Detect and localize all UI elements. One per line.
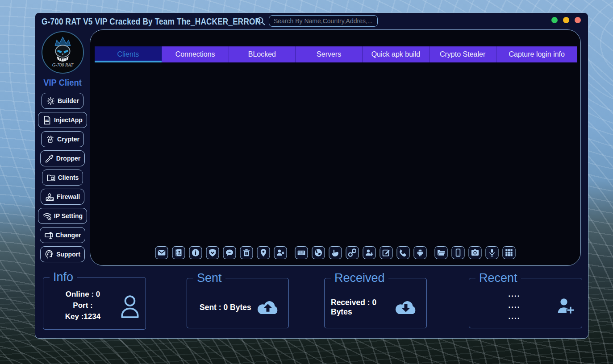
sidebar-button-label: Support [56, 251, 80, 258]
location-pin-icon [259, 248, 268, 257]
tab-servers[interactable]: Servers [295, 46, 362, 62]
tab-capture-login-info[interactable]: Capture login info [496, 46, 577, 62]
shield-chevron-icon [209, 248, 217, 257]
smartphone-icon [454, 248, 463, 257]
client-type-label: VIP Client [38, 78, 88, 88]
sidebar-button-label: IP Setting [54, 212, 83, 219]
sidebar-button-label: InjectApp [54, 116, 83, 124]
app-window: G-700 RAT V5 VIP Cracked By Team The_HAC… [35, 12, 588, 339]
user-plus-icon [556, 297, 576, 315]
cloud-upload-icon [255, 298, 280, 317]
person-outline-icon [119, 293, 141, 319]
toolbar-folder-button[interactable] [435, 246, 448, 259]
info-panel: Info Online : 0 Port : Key :1234 [43, 270, 146, 330]
sidebar-button-support[interactable]: Support [40, 246, 85, 262]
search-area [256, 15, 378, 27]
port-value: Port : [47, 300, 119, 311]
user-remove-icon [276, 248, 285, 257]
toolbar-info-button[interactable] [189, 246, 202, 259]
traffic-light-yellow[interactable] [563, 17, 569, 23]
sidebar-button-label: Clients [58, 174, 79, 181]
toolbar-address-book-button[interactable] [172, 246, 185, 259]
sidebar-button-changer[interactable]: Changer [40, 227, 86, 243]
toolbar-apps-grid-button[interactable] [503, 246, 516, 259]
app-title: G-700 RAT V5 VIP Cracked By Team The_HAC… [42, 17, 261, 27]
virus-icon [46, 96, 55, 106]
toolbar-phone-button[interactable] [397, 246, 410, 259]
received-bytes-label: Received : 0 Bytes [331, 298, 393, 317]
toolbar-keyboard-button[interactable] [295, 246, 308, 259]
sidebar-button-builder[interactable]: Builder [42, 93, 83, 109]
toolbar-camera-button[interactable] [469, 246, 482, 259]
toolbar-user-remove-button[interactable] [274, 246, 287, 259]
tab-quick-apk-build[interactable]: Quick apk build [362, 46, 429, 62]
recent-entry: .... [473, 311, 556, 322]
wifi-check-icon [42, 211, 52, 221]
window-controls [551, 17, 581, 23]
sidebar-button-injectapp[interactable]: InjectApp [38, 112, 87, 128]
received-panel-legend: Received [331, 271, 388, 285]
toolbar-user-add-button[interactable] [363, 246, 376, 259]
recent-panel-legend: Recent [475, 271, 521, 285]
sidebar-button-label: Crypter [57, 136, 79, 143]
edit-icon [382, 248, 391, 257]
sidebar-button-label: Firewall [57, 193, 80, 200]
logo-text: G-700 RAT [52, 62, 74, 67]
lock-rays-icon [46, 135, 55, 144]
chain-link-icon [348, 248, 357, 257]
cloud-download-icon [393, 298, 418, 317]
toolbar-android-button[interactable] [414, 246, 427, 259]
tab-clients[interactable]: Clients [95, 46, 162, 62]
sidebar-button-crypter[interactable]: Crypter [41, 131, 84, 147]
toolbar-smartphone-button[interactable] [452, 246, 465, 259]
keyboard-icon [297, 248, 306, 257]
title-bar: G-700 RAT V5 VIP Cracked By Team The_HAC… [35, 13, 588, 29]
sidebar-button-ip-setting[interactable]: IP Setting [38, 208, 87, 224]
folder-icon [46, 173, 56, 182]
skull-crown-logo: G-700 RAT [42, 31, 84, 74]
phone-icon [399, 248, 408, 257]
toolbar-chat-button[interactable] [223, 246, 236, 259]
sidebar-button-label: Builder [58, 97, 79, 104]
user-add-icon [365, 248, 374, 257]
online-count: Online : 0 [47, 289, 119, 300]
toolbar-link-button[interactable] [346, 246, 359, 259]
sidebar-button-firewall[interactable]: Firewall [41, 189, 84, 205]
toolbar-microphone-button[interactable] [486, 246, 499, 259]
sent-panel: Sent Sent : 0 Bytes [187, 271, 289, 328]
folder-open-icon [437, 248, 446, 257]
android-icon [416, 248, 425, 257]
sidebar-menu: Builder InjectApp Crypter Dropper Client… [35, 93, 90, 262]
apk-file-icon [42, 116, 52, 125]
tab-blocked[interactable]: BLocked [229, 46, 296, 62]
sent-panel-body: Sent : 0 Bytes [191, 287, 285, 328]
key-value: Key :1234 [47, 311, 119, 322]
toolbar-location-button[interactable] [257, 246, 270, 259]
traffic-light-red[interactable] [575, 17, 581, 23]
received-panel: Received Received : 0 Bytes [324, 271, 427, 328]
eyedropper-icon [45, 154, 54, 163]
toolbar-globe-button[interactable] [312, 246, 325, 259]
apps-grid-icon [505, 248, 513, 257]
traffic-light-green[interactable] [551, 17, 558, 23]
address-book-icon [175, 248, 183, 257]
globe-icon [314, 248, 323, 257]
received-panel-body: Received : 0 Bytes [328, 287, 423, 328]
sidebar-button-dropper[interactable]: Dropper [40, 150, 85, 166]
sent-panel-legend: Sent [193, 271, 225, 285]
info-circle-icon [192, 248, 200, 257]
tab-crypto-stealer[interactable]: Crypto Stealer [429, 46, 496, 62]
toolbar-tap-button[interactable] [329, 246, 342, 259]
toolbar-edit-button[interactable] [380, 246, 393, 259]
toolbar-shield-button[interactable] [206, 246, 219, 259]
toolbar-trash-button[interactable] [240, 246, 253, 259]
search-input[interactable] [269, 15, 378, 27]
sidebar-button-clients[interactable]: Clients [42, 170, 83, 186]
tab-connections[interactable]: Connections [162, 46, 229, 62]
action-toolbar [155, 246, 516, 259]
toolbar-envelope-button[interactable] [155, 246, 168, 259]
sent-bytes-label: Sent : 0 Bytes [200, 303, 251, 312]
recent-panel-body: .... .... .... [473, 285, 578, 322]
sidebar-button-label: Dropper [56, 155, 80, 162]
tap-hand-icon [331, 248, 340, 257]
